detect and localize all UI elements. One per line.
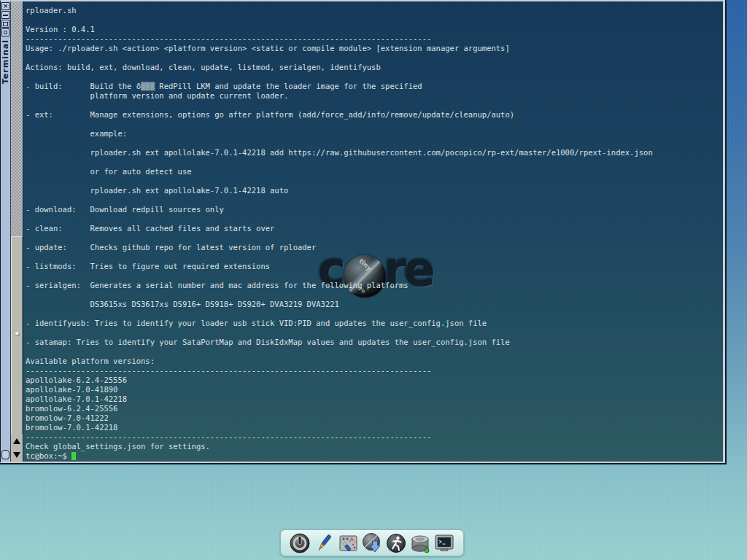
dock [280,529,464,556]
power-button[interactable] [289,532,311,554]
arrow-down-icon [13,452,20,458]
iconify-icon [4,31,7,34]
close-icon: × [3,3,9,9]
maximize-icon [3,22,8,26]
window-resize-widget[interactable] [1,450,9,459]
shell-prompt: tc@box:~$ [26,451,71,460]
maximize-button[interactable] [1,20,9,28]
terminal-icon [433,532,455,554]
pen-icon [313,532,335,554]
scroll-up-button[interactable] [11,434,23,448]
prompt-line: tc@box:~$ [23,451,723,461]
fetch-apps-icon [361,532,383,554]
scrollbar-thumb[interactable] [11,236,23,435]
shade-button[interactable] [1,11,9,19]
close-button[interactable]: × [1,2,9,10]
terminal-window: × Terminal [0,0,725,463]
terminal-output: rploader.sh Version : 0.4.1 ------------… [23,1,723,451]
window-titlebar[interactable]: × Terminal [1,1,11,462]
mount-disk-icon [409,532,431,554]
terminal-content[interactable]: c tiny core re rploader.sh Version : 0.4… [23,1,723,462]
arrow-up-icon [13,438,20,444]
scrollbar[interactable] [11,1,23,462]
iconify-button[interactable] [1,28,9,36]
scrollbar-dimple [15,332,20,336]
window-title: Terminal [1,39,10,84]
run-icon [385,532,407,554]
power-icon [289,532,311,554]
desktop: × Terminal [0,0,747,560]
terminal-cursor [71,452,76,460]
mount-disk-button[interactable] [409,532,431,554]
run-button[interactable] [385,532,407,554]
scrollbar-arrows [11,434,23,462]
editor-button[interactable] [313,532,335,554]
control-panel-icon [337,532,359,554]
scroll-down-button[interactable] [11,448,23,462]
control-panel-button[interactable] [337,532,359,554]
terminal-launcher-button[interactable] [433,532,455,554]
apps-fetch-button[interactable] [361,532,383,554]
shade-icon [3,15,8,16]
